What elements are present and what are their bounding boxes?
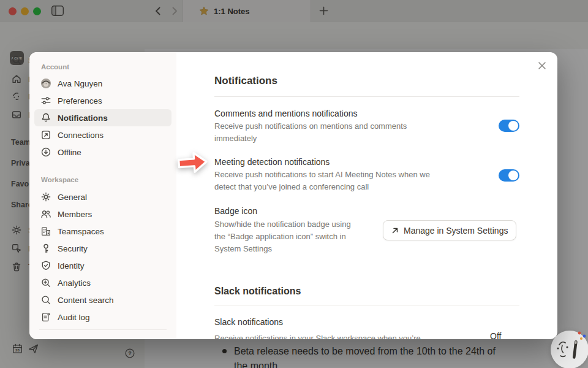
spark-blue-dot	[583, 335, 586, 338]
gear-icon	[40, 191, 51, 202]
ai-doodle-badge	[551, 331, 588, 368]
external-link-icon	[40, 129, 51, 140]
app-window: 1:1 Notes ACME Acme Labs 1:1 Notes Pr	[0, 0, 588, 368]
members-icon	[40, 209, 51, 220]
slack-notifications-value[interactable]: Off	[490, 331, 501, 339]
divider	[214, 305, 519, 305]
settings-item-preferences[interactable]: Preferences	[34, 92, 172, 109]
settings-sidebar: Account Ava Nguyen Preferences Notificat…	[29, 52, 176, 339]
magnifier-plus-icon	[40, 277, 51, 288]
sidebar-bottom-divider	[39, 329, 167, 330]
bell-icon	[40, 112, 51, 123]
settings-item-content-search[interactable]: Content search	[34, 291, 172, 309]
workspace-section-label: Workspace	[41, 176, 78, 183]
settings-item-audit-log[interactable]: Audit log	[34, 309, 172, 326]
pencil-icon	[573, 340, 578, 359]
divider	[214, 96, 519, 97]
annotation-arrow-icon	[176, 148, 209, 177]
preferences-sliders-icon	[40, 95, 51, 106]
building-icon	[40, 226, 51, 237]
settings-item-connections[interactable]: Connections	[34, 126, 172, 144]
setting-desc-slack-notifications: Receive notifications in your Slack work…	[214, 332, 421, 339]
download-circle-icon	[40, 147, 51, 158]
account-section-label: Account	[41, 63, 69, 71]
settings-item-analytics[interactable]: Analytics	[34, 274, 172, 291]
key-icon	[40, 243, 51, 254]
toggle-comments-mentions[interactable]	[499, 120, 519, 132]
spark-orange-dot	[580, 337, 582, 340]
close-icon[interactable]	[538, 61, 549, 72]
setting-title-meeting-detection: Meeting detection notifications	[214, 157, 330, 167]
settings-item-security[interactable]: Security	[34, 240, 172, 257]
doodle-face-icon	[557, 342, 568, 357]
setting-title-badge-icon: Badge icon	[214, 206, 257, 216]
setting-title-comments-mentions: Comments and mentions notifications	[214, 109, 357, 118]
spark-red-dot	[578, 332, 581, 335]
settings-modal: Account Ava Nguyen Preferences Notificat…	[29, 52, 557, 339]
settings-item-members[interactable]: Members	[34, 205, 172, 223]
shield-check-icon	[40, 260, 51, 271]
settings-item-teamspaces[interactable]: Teamspaces	[34, 223, 172, 240]
setting-desc-meeting-detection: Receive push notifications to start AI M…	[214, 169, 430, 193]
slack-section-title: Slack notifications	[214, 286, 301, 297]
settings-item-account[interactable]: Ava Nguyen	[34, 75, 172, 92]
setting-desc-comments-mentions: Receive push notifications on mentions a…	[214, 120, 407, 145]
manage-system-settings-button[interactable]: Manage in System Settings	[383, 220, 516, 240]
scroll-icon	[40, 312, 51, 323]
settings-item-general[interactable]: General	[34, 188, 172, 205]
setting-desc-badge-icon: Show/hide the notification badge using t…	[214, 218, 351, 255]
modal-title: Notifications	[214, 75, 277, 87]
avatar	[40, 78, 51, 89]
settings-item-notifications[interactable]: Notifications	[34, 109, 172, 126]
settings-item-offline[interactable]: Offline	[34, 144, 172, 161]
toggle-meeting-detection[interactable]	[499, 169, 519, 182]
magnifier-icon	[40, 294, 51, 305]
setting-title-slack-notifications: Slack notifications	[214, 317, 283, 327]
arrow-up-right-icon	[391, 227, 399, 234]
settings-item-identity[interactable]: Identity	[34, 257, 172, 274]
